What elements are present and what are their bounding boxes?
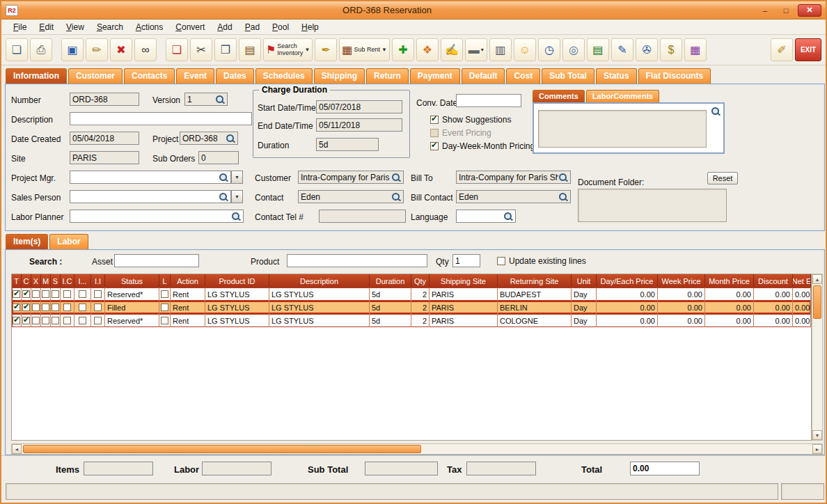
project-mgr-field[interactable]: [70, 171, 231, 184]
menu-add[interactable]: Add: [211, 21, 238, 33]
disc-button[interactable]: ◎: [562, 38, 585, 61]
minimize-button[interactable]: –: [756, 4, 774, 17]
column-header-duration[interactable]: Duration: [370, 274, 411, 288]
tab-shipping[interactable]: Shipping: [314, 68, 365, 84]
notepad-edit-button[interactable]: ✎: [611, 38, 633, 61]
column-header-shipping-site[interactable]: Shipping Site: [430, 274, 498, 288]
save-button[interactable]: ▣: [61, 38, 84, 61]
column-header-s[interactable]: S: [51, 274, 61, 288]
tab-status[interactable]: Status: [596, 68, 637, 84]
column-header-qty[interactable]: Qty: [411, 274, 430, 288]
search-inventory-dropdown-icon[interactable]: ▼: [304, 47, 310, 53]
row-checkbox[interactable]: [94, 317, 102, 324]
row-checkbox[interactable]: [161, 304, 168, 311]
row-checkbox[interactable]: [94, 304, 102, 311]
coins-button[interactable]: $: [660, 38, 682, 61]
menu-pad[interactable]: Pad: [239, 21, 266, 33]
print-button[interactable]: ⎙: [30, 38, 52, 61]
language-lookup-icon[interactable]: [503, 212, 513, 221]
exit-button[interactable]: EXIT: [795, 38, 821, 61]
sales-person-dropdown-icon[interactable]: ▼: [231, 190, 243, 203]
sales-person-lookup-icon[interactable]: [219, 192, 228, 202]
chart-cubes-button[interactable]: ▦: [684, 38, 707, 61]
project-lookup-icon[interactable]: [226, 134, 235, 143]
tab-default[interactable]: Default: [462, 68, 505, 84]
project-mgr-lookup-icon[interactable]: [219, 173, 228, 182]
column-header-description[interactable]: Description: [269, 274, 370, 288]
row-checkbox[interactable]: [161, 317, 168, 324]
asset-input[interactable]: [114, 254, 199, 267]
row-checkbox[interactable]: [13, 290, 20, 298]
vertical-scroll-thumb[interactable]: [813, 285, 821, 319]
row-checkbox[interactable]: [42, 317, 49, 324]
sub-rent-dropdown-icon[interactable]: ▼: [381, 47, 387, 53]
key-button[interactable]: ✇: [636, 38, 658, 61]
row-checkbox[interactable]: [32, 304, 40, 311]
reset-button[interactable]: Reset: [707, 172, 738, 184]
sales-person-field[interactable]: [70, 190, 231, 203]
column-header-m[interactable]: M: [41, 274, 51, 288]
tab-customer[interactable]: Customer: [68, 68, 123, 84]
column-header-net-e[interactable]: Net E: [793, 274, 811, 288]
labor-planner-field[interactable]: [70, 210, 244, 223]
close-button[interactable]: ✕: [798, 4, 821, 17]
tab-comments[interactable]: Comments: [533, 90, 585, 102]
menu-pool[interactable]: Pool: [266, 21, 295, 33]
update-existing-lines-checkbox[interactable]: [497, 257, 505, 265]
product-input[interactable]: [287, 254, 427, 267]
column-header-product-id[interactable]: Product ID: [205, 274, 269, 288]
tab-schedules[interactable]: Schedules: [255, 68, 313, 84]
row-checkbox[interactable]: [22, 290, 30, 298]
language-field[interactable]: [456, 210, 516, 223]
menu-file[interactable]: File: [7, 21, 33, 33]
cassette-button[interactable]: ▬▾: [465, 38, 487, 61]
tab-information[interactable]: Information: [6, 68, 67, 84]
binoculars-button[interactable]: ∞: [134, 38, 157, 61]
day-week-month-pricing-checkbox[interactable]: [430, 142, 439, 150]
tab-cost[interactable]: Cost: [506, 68, 540, 84]
row-checkbox[interactable]: [79, 304, 86, 311]
export-document-button[interactable]: ❏: [166, 38, 188, 61]
menu-actions[interactable]: Actions: [129, 21, 169, 33]
note-edit-button[interactable]: ✍: [441, 38, 463, 61]
bottle-button[interactable]: ✒: [315, 38, 337, 61]
scroll-down-icon[interactable]: ▼: [812, 430, 822, 440]
menu-search[interactable]: Search: [90, 21, 129, 33]
menu-help[interactable]: Help: [295, 21, 325, 33]
column-header-week-price[interactable]: Week Price: [658, 274, 705, 288]
search-inventory-button[interactable]: ⚑Search Inventory▼: [263, 38, 313, 61]
tab-return[interactable]: Return: [366, 68, 409, 84]
column-header-returning-site[interactable]: Returning Site: [498, 274, 572, 288]
contact-lookup-icon[interactable]: [391, 192, 401, 202]
row-checkbox[interactable]: [63, 317, 71, 324]
row-checkbox[interactable]: [52, 317, 59, 324]
column-header-c[interactable]: C: [22, 274, 31, 288]
copy-button[interactable]: ❐: [214, 38, 237, 61]
column-header-x[interactable]: X: [31, 274, 41, 288]
column-header-i[interactable]: I...: [74, 274, 91, 288]
add-line-button[interactable]: ✚: [392, 38, 414, 61]
row-checkbox[interactable]: [13, 317, 20, 324]
row-checkbox[interactable]: [42, 290, 49, 298]
menu-edit[interactable]: Edit: [33, 21, 60, 33]
tab-sub-total[interactable]: Sub Total: [542, 68, 594, 84]
cassette-dropdown-icon[interactable]: ▾: [481, 47, 484, 53]
table-row[interactable]: FilledRentLG STYLUSLG STYLUS5d2PARISBERL…: [12, 301, 811, 314]
cut-scissors-button[interactable]: ✂: [190, 38, 212, 61]
bill-contact-lookup-icon[interactable]: [558, 192, 568, 202]
tab-labor[interactable]: Labor: [49, 234, 88, 249]
title-bar[interactable]: R2 ORD-368 Reservation – □ ✕: [1, 1, 826, 19]
row-checkbox[interactable]: [22, 304, 30, 311]
qty-input[interactable]: 1: [452, 254, 480, 267]
column-header-t[interactable]: T: [12, 274, 22, 288]
spheres-group-button[interactable]: ❖: [416, 38, 439, 61]
description-field[interactable]: [70, 112, 252, 125]
row-checkbox[interactable]: [63, 304, 71, 311]
scroll-right-icon[interactable]: ►: [812, 444, 822, 454]
row-checkbox[interactable]: [63, 290, 71, 298]
wand-button[interactable]: ✐: [771, 38, 793, 61]
show-suggestions-checkbox[interactable]: [430, 116, 439, 124]
new-document-button[interactable]: ❏: [6, 38, 28, 61]
books-stack-button[interactable]: ▤: [587, 38, 609, 61]
bill-to-lookup-icon[interactable]: [558, 173, 568, 182]
